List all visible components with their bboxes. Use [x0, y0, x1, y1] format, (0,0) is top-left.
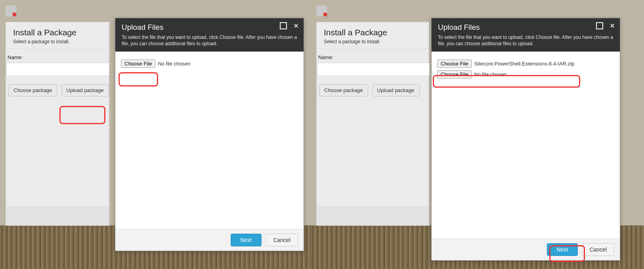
choose-package-button[interactable]: Choose package — [8, 84, 57, 96]
name-label: Name: — [318, 54, 429, 60]
maximize-icon[interactable] — [596, 22, 603, 29]
dialog-title: Upload Files — [438, 23, 613, 32]
package-name-input[interactable] — [6, 63, 109, 76]
dialog-subtitle: To select the file that you want to uplo… — [122, 34, 297, 47]
upload-files-dialog: Upload Files To select the file that you… — [115, 18, 304, 251]
file-input-row: Choose File No file chosen — [121, 60, 298, 68]
app-grid-logo[interactable] — [6, 6, 16, 16]
panel-subtitle: Select a package to install. — [13, 39, 102, 44]
cancel-button[interactable]: Cancel — [582, 243, 614, 256]
screenshot-right: Install a Package Select a package to in… — [311, 0, 644, 269]
maximize-icon[interactable] — [280, 22, 287, 29]
dialog-subtitle: To select the file that you want to uplo… — [438, 34, 613, 47]
choose-file-button[interactable]: Choose File — [437, 70, 472, 79]
panel-title: Install a Package — [13, 28, 102, 37]
choose-file-button[interactable]: Choose File — [437, 60, 472, 68]
app-grid-logo[interactable] — [316, 6, 327, 16]
upload-package-button[interactable]: Upload package — [61, 84, 109, 96]
dialog-title: Upload Files — [122, 23, 297, 32]
screenshot-left: Install a Package Select a package to in… — [0, 0, 322, 269]
choose-package-button[interactable]: Choose package — [319, 84, 368, 96]
panel-footer — [6, 206, 109, 225]
chosen-file-text: Sitecore.PowerShell.Extensions-6.4-IAR.z… — [474, 61, 574, 67]
upload-files-dialog: Upload Files To select the file that you… — [431, 18, 620, 261]
file-input-row: Choose File Sitecore.PowerShell.Extensio… — [437, 60, 614, 68]
package-name-input[interactable] — [317, 63, 430, 76]
cancel-button[interactable]: Cancel — [266, 234, 298, 246]
close-icon[interactable] — [292, 22, 300, 29]
next-button[interactable]: Next — [231, 234, 262, 246]
install-package-panel: Install a Package Select a package to in… — [316, 22, 429, 226]
install-package-panel: Install a Package Select a package to in… — [6, 22, 109, 226]
panel-footer — [317, 206, 429, 225]
panel-title: Install a Package — [324, 28, 422, 37]
stage: Install a Package Select a package to in… — [0, 0, 644, 269]
close-icon[interactable] — [609, 22, 616, 29]
chosen-file-text: No file chosen — [158, 61, 190, 67]
chosen-file-text: No file chosen — [474, 71, 506, 77]
next-button[interactable]: Next — [547, 243, 578, 256]
file-input-row: Choose File No file chosen — [437, 70, 614, 79]
panel-subtitle: Select a package to install. — [324, 39, 422, 44]
name-label: Name: — [8, 54, 109, 60]
choose-file-button[interactable]: Choose File — [121, 60, 155, 68]
upload-package-button[interactable]: Upload package — [372, 84, 420, 96]
